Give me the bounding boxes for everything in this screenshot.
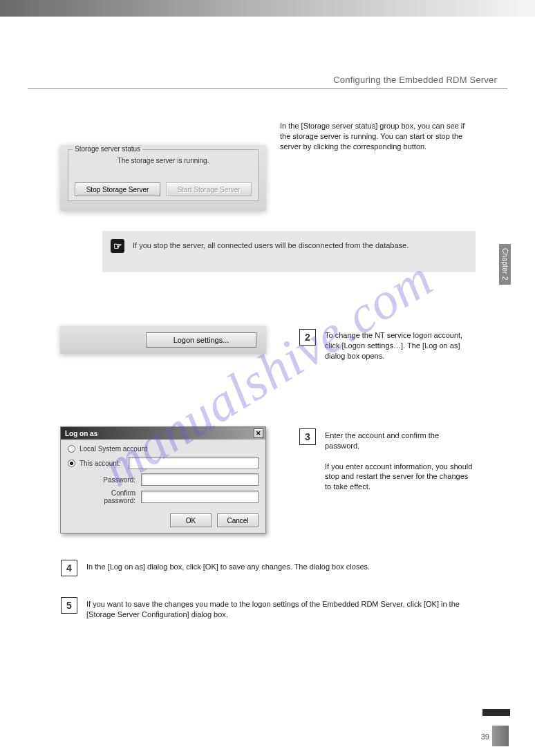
storage-status-panel: Storage server status The storage server…	[60, 145, 266, 211]
password-label: Password:	[79, 476, 141, 484]
page-number: 39	[481, 733, 489, 741]
close-icon[interactable]: ✕	[254, 428, 263, 438]
confirm-password-label: Confirm password:	[79, 489, 141, 504]
radio-local-label: Local System account	[79, 445, 147, 453]
step-3b: If you enter account information, you sh…	[325, 462, 472, 491]
radio-local-system[interactable]: Local System account	[68, 445, 259, 453]
bottom-black-bar	[482, 709, 510, 716]
radio-this-account[interactable]: This account:	[68, 457, 259, 469]
page-header-title: Configuring the Embedded RDM Server	[333, 75, 497, 85]
dialog-title: Log on as	[65, 430, 97, 437]
ok-button[interactable]: OK	[170, 513, 212, 527]
stop-server-button[interactable]: Stop Storage Server	[75, 182, 160, 196]
logon-settings-button[interactable]: Logon settings...	[146, 332, 256, 348]
step-2-text: To change the NT service logon account, …	[325, 330, 473, 361]
radio-icon-selected	[68, 460, 75, 467]
storage-status-groupbox: Storage server status The storage server…	[68, 149, 259, 201]
note-text: If you stop the server, all connected us…	[133, 240, 464, 251]
top-gradient-bar	[0, 0, 535, 17]
radio-this-label: This account:	[79, 460, 120, 467]
password-input[interactable]	[141, 473, 259, 486]
confirm-password-input[interactable]	[141, 491, 259, 503]
header-rule	[28, 88, 507, 89]
account-input[interactable]	[129, 457, 259, 469]
radio-icon	[68, 445, 75, 453]
step-number-3: 3	[299, 428, 316, 445]
logon-button-panel: Logon settings...	[60, 326, 266, 354]
logon-as-dialog: Log on as ✕ Local System account This ac…	[60, 426, 266, 533]
step-5-text: If you want to save the changes you made…	[86, 599, 473, 620]
step-3a: Enter the account and confirm the passwo…	[325, 431, 439, 450]
groupbox-legend: Storage server status	[73, 145, 142, 153]
step-3-text: Enter the account and confirm the passwo…	[325, 431, 473, 492]
step-4-text: In the [Log on as] dialog box, click [OK…	[86, 562, 473, 572]
chapter-tab: Chapter 2	[499, 244, 511, 285]
note-callout: ☞ If you stop the server, all connected …	[102, 231, 476, 272]
page-number-tab	[492, 726, 509, 746]
start-server-button: Start Storage Server	[166, 182, 252, 196]
dialog-titlebar: Log on as ✕	[61, 427, 265, 440]
step-1-text: In the [Storage server status] group box…	[280, 121, 473, 152]
step-number-5: 5	[61, 597, 77, 614]
cancel-button[interactable]: Cancel	[217, 513, 259, 527]
note-icon: ☞	[111, 239, 124, 253]
step-number-2: 2	[299, 329, 316, 346]
step-number-4: 4	[61, 560, 77, 576]
